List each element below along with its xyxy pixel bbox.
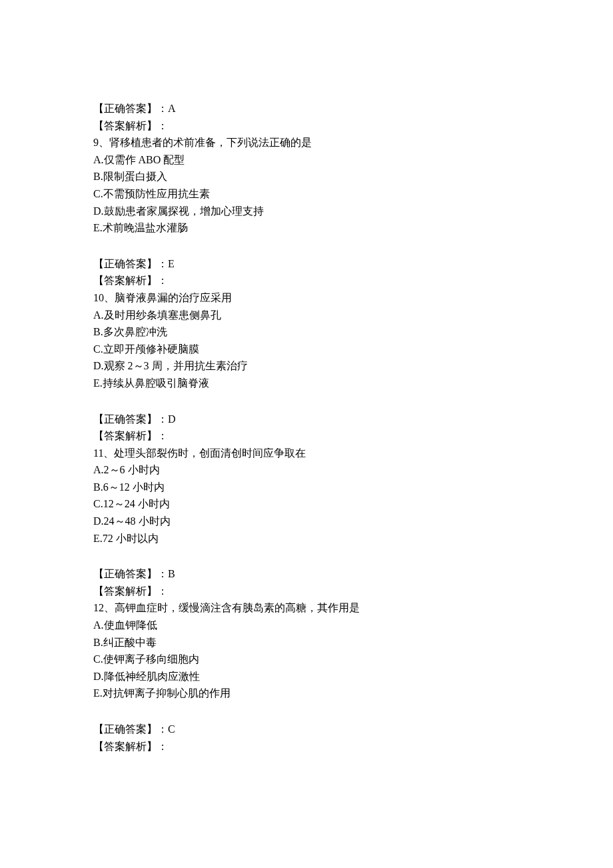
explanation-prefix: 【答案解析】： — [93, 585, 168, 597]
question-line: 11、处理头部裂伤时，创面清创时间应争取在 — [93, 445, 520, 462]
question-separator: 、 — [104, 292, 115, 303]
explanation-prefix: 【答案解析】： — [93, 275, 168, 286]
question-separator: 、 — [103, 447, 114, 459]
option-line: E.72 小时以内 — [93, 530, 520, 547]
document-page: 【正确答案】：A【答案解析】：9、肾移植患者的术前准备，下列说法正确的是A.仅需… — [0, 0, 613, 868]
option-line: C.12～24 小时内 — [93, 495, 520, 513]
correct-answer-value: C — [168, 723, 175, 735]
option-line: A.及时用纱条填塞患侧鼻孔 — [93, 307, 520, 324]
option-line: C.立即开颅修补硬脑膜 — [93, 341, 520, 358]
question-text: 高钾血症时，缓慢滴注含有胰岛素的高糖，其作用是 — [115, 602, 360, 613]
correct-answer-value: A — [168, 103, 176, 114]
qa-block: 【正确答案】：D【答案解析】：11、处理头部裂伤时，创面清创时间应争取在A.2～… — [93, 411, 520, 547]
option-line: E.对抗钾离子抑制心肌的作用 — [93, 685, 520, 702]
question-separator: 、 — [99, 137, 109, 148]
question-text: 处理头部裂伤时，创面清创时间应争取在 — [114, 447, 306, 459]
correct-answer-prefix: 【正确答案】： — [93, 258, 168, 269]
option-line: E.术前晚温盐水灌肠 — [93, 219, 520, 237]
option-line: B.限制蛋白摄入 — [93, 168, 520, 185]
correct-answer-prefix: 【正确答案】： — [93, 723, 168, 735]
explanation-line: 【答案解析】： — [93, 738, 520, 755]
question-line: 9、肾移植患者的术前准备，下列说法正确的是 — [93, 134, 520, 151]
option-line: D.观察 2～3 周，并用抗生素治疗 — [93, 357, 520, 375]
explanation-prefix: 【答案解析】： — [93, 741, 168, 752]
correct-answer-value: D — [168, 413, 176, 425]
option-line: A.仅需作 ABO 配型 — [93, 151, 520, 169]
explanation-line: 【答案解析】： — [93, 427, 520, 445]
question-line: 10、脑脊液鼻漏的治疗应采用 — [93, 289, 520, 307]
correct-answer-prefix: 【正确答案】： — [93, 413, 168, 425]
correct-answer-line: 【正确答案】：B — [93, 565, 520, 583]
explanation-prefix: 【答案解析】： — [93, 120, 168, 131]
question-text: 肾移植患者的术前准备，下列说法正确的是 — [109, 137, 312, 148]
option-line: D.降低神经肌肉应激性 — [93, 668, 520, 685]
correct-answer-line: 【正确答案】：D — [93, 411, 520, 428]
explanation-line: 【答案解析】： — [93, 583, 520, 600]
option-line: A.使血钾降低 — [93, 617, 520, 634]
correct-answer-value: B — [168, 568, 175, 579]
correct-answer-value: E — [168, 258, 175, 269]
explanation-prefix: 【答案解析】： — [93, 430, 168, 441]
explanation-line: 【答案解析】： — [93, 272, 520, 289]
question-line: 12、高钾血症时，缓慢滴注含有胰岛素的高糖，其作用是 — [93, 599, 520, 617]
explanation-line: 【答案解析】： — [93, 117, 520, 135]
option-line: C.使钾离子移向细胞内 — [93, 651, 520, 668]
question-number: 10 — [93, 292, 104, 303]
correct-answer-prefix: 【正确答案】： — [93, 103, 168, 114]
option-line: C.不需预防性应用抗生素 — [93, 185, 520, 203]
question-number: 11 — [93, 447, 103, 459]
qa-block: 【正确答案】：A【答案解析】：9、肾移植患者的术前准备，下列说法正确的是A.仅需… — [93, 100, 520, 237]
option-line: D.24～48 小时内 — [93, 513, 520, 530]
correct-answer-line: 【正确答案】：A — [93, 100, 520, 117]
correct-answer-prefix: 【正确答案】： — [93, 568, 168, 579]
correct-answer-line: 【正确答案】：E — [93, 255, 520, 273]
option-line: B.纠正酸中毒 — [93, 634, 520, 651]
question-number: 12 — [93, 602, 104, 613]
option-line: D.鼓励患者家属探视，增加心理支持 — [93, 203, 520, 220]
qa-block: 【正确答案】：B【答案解析】：12、高钾血症时，缓慢滴注含有胰岛素的高糖，其作用… — [93, 565, 520, 702]
question-number: 9 — [93, 137, 99, 148]
option-line: B.6～12 小时内 — [93, 479, 520, 496]
option-line: E.持续从鼻腔吸引脑脊液 — [93, 375, 520, 392]
qa-block: 【正确答案】：E【答案解析】：10、脑脊液鼻漏的治疗应采用A.及时用纱条填塞患侧… — [93, 255, 520, 392]
option-line: A.2～6 小时内 — [93, 461, 520, 479]
qa-block: 【正确答案】：C【答案解析】： — [93, 721, 520, 755]
question-separator: 、 — [104, 602, 115, 613]
option-line: B.多次鼻腔冲洗 — [93, 323, 520, 341]
question-text: 脑脊液鼻漏的治疗应采用 — [115, 292, 232, 303]
correct-answer-line: 【正确答案】：C — [93, 721, 520, 738]
